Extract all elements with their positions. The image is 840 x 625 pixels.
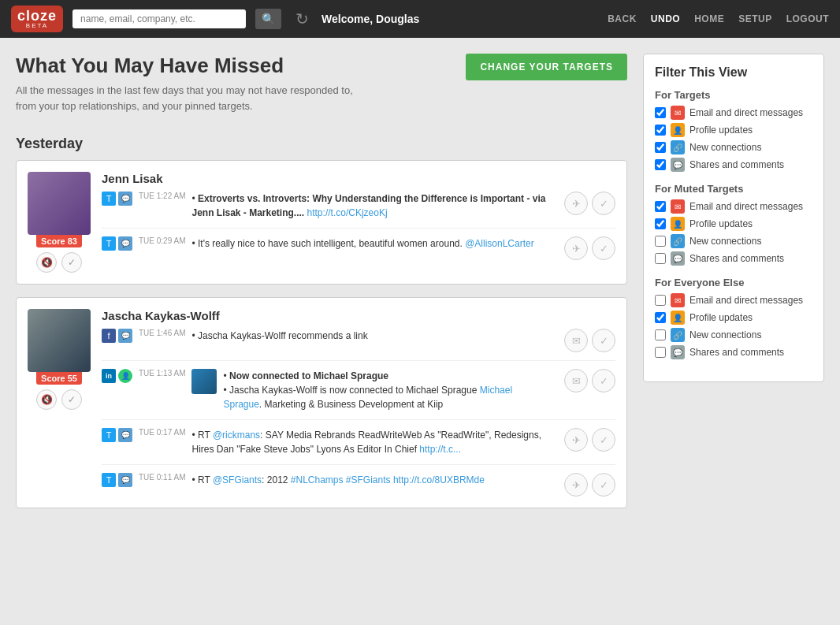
msg-actions-2: ✈ ✓ [558, 236, 615, 260]
section-heading: Yesterday [16, 136, 627, 152]
email-button-j1[interactable]: ✉ [564, 329, 588, 352]
check-button-j4[interactable]: ✓ [592, 473, 615, 497]
filter-label-everyone-share: Shares and comments [689, 347, 784, 358]
badge-profile-t: 👤 [671, 123, 685, 137]
badge-share-e: 💬 [671, 345, 685, 359]
michael-link[interactable]: Michael Sprague [223, 385, 512, 410]
logo-beta: BETA [26, 23, 48, 29]
mute-button-jascha[interactable]: 🔇 [36, 389, 57, 410]
badge-connect-t: 🔗 [671, 140, 685, 154]
filter-checkbox-muted-profile[interactable] [655, 218, 666, 229]
filter-everyone-connect[interactable]: 🔗 New connections [655, 328, 812, 342]
msg-body-j3: • RT @rickmans: SAY Media Rebrands ReadW… [191, 428, 552, 456]
link-j4[interactable]: http://t.co/8UXBRMde [393, 474, 485, 485]
connect-icon-j2: 👤 [118, 369, 132, 383]
msg-link-1[interactable]: http://t.co/CKjzeoKj [307, 207, 388, 218]
filter-checkbox-targets-email[interactable] [655, 107, 666, 118]
message-jenn-2: T 💬 TUE 0:29 AM • It's really nice to ha… [102, 236, 615, 260]
send-button-1[interactable]: ✈ [564, 192, 588, 215]
bubble-icon-j4: 💬 [118, 473, 132, 487]
filter-label-muted-connect: New connections [689, 236, 761, 247]
filter-checkbox-muted-email[interactable] [655, 201, 666, 212]
hashtag-sfgiants: #SFGiants [346, 474, 391, 485]
avatar-actions-jascha: 🔇 ✓ [28, 389, 91, 410]
message-jascha-4: T 💬 TUE 0:11 AM • RT @SFGiants: 2012 #NL… [102, 473, 615, 497]
refresh-icon[interactable]: ↻ [295, 9, 309, 28]
filter-checkbox-everyone-connect[interactable] [655, 329, 666, 340]
nav-logout[interactable]: LOGOUT [786, 13, 829, 24]
filter-checkbox-targets-connect[interactable] [655, 142, 666, 153]
page-header: What You May Have Missed All the message… [16, 54, 353, 128]
nav-undo[interactable]: UNDO [651, 13, 680, 24]
mute-button-jenn[interactable]: 🔇 [36, 252, 57, 273]
twitter-icon-2: T [102, 236, 116, 251]
filter-checkbox-everyone-profile[interactable] [655, 312, 666, 323]
msg-icons-j2: in 👤 [102, 369, 132, 383]
contact-card-jenn: Score 83 🔇 ✓ Jenn Lisak T 💬 TUE 1:22 AM [16, 160, 627, 285]
filter-targets-email[interactable]: ✉ Email and direct messages [655, 106, 812, 120]
link-j3[interactable]: http://t.c... [419, 444, 461, 455]
msg-icons-2: T 💬 [102, 236, 132, 251]
done-button-jenn[interactable]: ✓ [61, 252, 82, 273]
send-button-2[interactable]: ✈ [564, 236, 588, 260]
search-input[interactable] [72, 9, 246, 28]
filter-targets-share[interactable]: 💬 Shares and comments [655, 158, 812, 172]
msg-actions-1: ✈ ✓ [558, 192, 615, 215]
msg-icons-1: T 💬 [102, 192, 132, 206]
change-targets-button[interactable]: CHANGE YOUR TARGETS [466, 54, 627, 80]
check-button-j2[interactable]: ✓ [592, 369, 615, 392]
check-button-1[interactable]: ✓ [592, 192, 615, 215]
contact-card-jascha: Score 55 🔇 ✓ Jascha Kaykas-Wolff f 💬 TUE… [16, 297, 627, 508]
message-jascha-3: T 💬 TUE 0:17 AM • RT @rickmans: SAY Medi… [102, 428, 615, 465]
person-name-jascha: Jascha Kaykas-Wolff [102, 309, 615, 322]
avatar-jenn [28, 172, 91, 235]
filter-muted-email[interactable]: ✉ Email and direct messages [655, 199, 812, 214]
filter-targets-profile[interactable]: 👤 Profile updates [655, 123, 812, 137]
msg-body-j4: • RT @SFGiants: 2012 #NLChamps #SFGiants… [191, 473, 552, 487]
filter-targets-connect[interactable]: 🔗 New connections [655, 140, 812, 154]
filter-section-targets: For Targets ✉ Email and direct messages … [655, 89, 812, 172]
filter-checkbox-everyone-email[interactable] [655, 295, 666, 306]
msg-icons-j1: f 💬 [102, 329, 132, 343]
filter-checkbox-muted-connect[interactable] [655, 236, 666, 247]
msg-icons-j4: T 💬 [102, 473, 132, 487]
done-button-jascha[interactable]: ✓ [61, 389, 82, 410]
filter-everyone-email[interactable]: ✉ Email and direct messages [655, 293, 812, 307]
bubble-icon-j3: 💬 [118, 428, 132, 442]
filter-section-muted: For Muted Targets ✉ Email and direct mes… [655, 183, 812, 266]
msg-time-j4: TUE 0:11 AM [139, 473, 185, 482]
filter-everyone-profile[interactable]: 👤 Profile updates [655, 311, 812, 325]
check-button-j3[interactable]: ✓ [592, 428, 615, 452]
nav-back[interactable]: BACK [608, 13, 637, 24]
filter-label-targets-email: Email and direct messages [689, 107, 803, 118]
email-button-j2[interactable]: ✉ [564, 369, 588, 392]
filter-checkbox-targets-profile[interactable] [655, 125, 666, 136]
badge-email-m: ✉ [671, 199, 685, 214]
msg-icons-j3: T 💬 [102, 428, 132, 442]
check-button-j1[interactable]: ✓ [592, 329, 615, 352]
check-button-2[interactable]: ✓ [592, 236, 615, 260]
filter-everyone-share[interactable]: 💬 Shares and comments [655, 345, 812, 359]
search-button[interactable]: 🔍 [255, 9, 281, 29]
nav-home[interactable]: HOME [694, 13, 724, 24]
inline-avatar-michael [191, 369, 217, 394]
main-content: What You May Have Missed All the message… [0, 38, 840, 537]
messages-jascha: Jascha Kaykas-Wolff f 💬 TUE 1:46 AM • Ja… [102, 309, 615, 497]
filter-section-title-everyone: For Everyone Else [655, 277, 812, 288]
mention-j4: @SFGiants [213, 474, 262, 485]
filter-muted-share[interactable]: 💬 Shares and comments [655, 251, 812, 266]
nav-setup[interactable]: SETUP [738, 13, 772, 24]
nav-links: BACK UNDO HOME SETUP LOGOUT [608, 13, 829, 24]
logo-text: cloze [17, 9, 57, 23]
filter-checkbox-targets-share[interactable] [655, 159, 666, 170]
filter-checkbox-everyone-share[interactable] [655, 347, 666, 358]
left-panel: What You May Have Missed All the message… [16, 54, 627, 521]
welcome-text: Welcome, Douglas [322, 13, 419, 25]
filter-checkbox-muted-share[interactable] [655, 253, 666, 264]
send-button-j3[interactable]: ✈ [564, 428, 588, 452]
filter-muted-profile[interactable]: 👤 Profile updates [655, 217, 812, 231]
filter-section-title-muted: For Muted Targets [655, 183, 812, 195]
send-button-j4[interactable]: ✈ [564, 473, 588, 497]
filter-label-muted-email: Email and direct messages [689, 201, 803, 212]
filter-muted-connect[interactable]: 🔗 New connections [655, 234, 812, 248]
